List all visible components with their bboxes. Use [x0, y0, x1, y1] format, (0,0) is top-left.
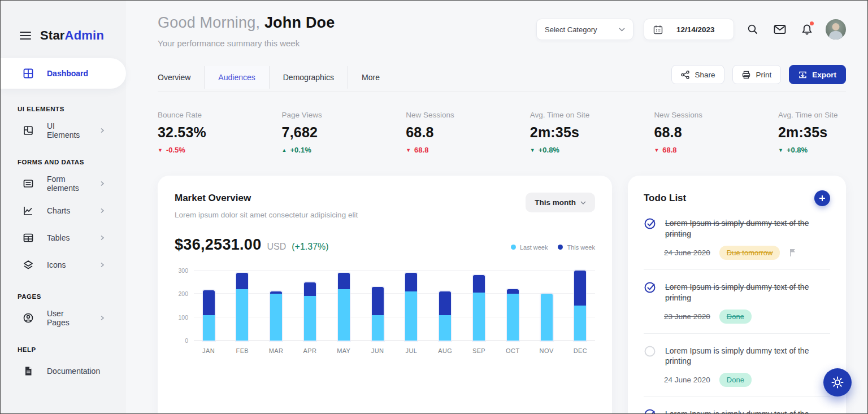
stat-delta-value: -0.5% [166, 146, 185, 154]
sidebar-item-documentation[interactable]: Documentation [1, 358, 126, 385]
todo-date: 24 June 2020 [664, 376, 710, 384]
chevron-right-icon [100, 315, 105, 321]
ui-elements-icon [22, 124, 34, 137]
trend-down-icon: ▼ [406, 147, 411, 153]
tab-audiences[interactable]: Audiences [204, 66, 268, 89]
share-button[interactable]: Share [671, 65, 724, 84]
legend-this-week: This week [558, 244, 595, 251]
todo-item-4: Lorem Ipsum is simply dummy text of the … [644, 397, 830, 414]
stat-delta: ▲+0.1% [282, 146, 350, 154]
stat-value: 68.8 [654, 124, 722, 141]
todo-item-3: Lorem Ipsum is simply dummy text of the … [644, 334, 830, 398]
gear-icon [831, 376, 844, 389]
todo-card-title: Todo List [644, 193, 686, 204]
chart-legend: Last week This week [511, 244, 595, 251]
todo-card-header: Todo List [644, 190, 830, 206]
market-card-title: Market Overview [175, 193, 358, 204]
messages-button[interactable] [771, 21, 788, 38]
market-card-header: Market Overview Lorem ipsum dolor sit am… [175, 193, 595, 219]
chart-y-axis: 0100200300 [175, 271, 194, 341]
tab-demographics[interactable]: Demographics [269, 66, 348, 89]
todo-list-card: Todo List Lorem Ipsum is simply dummy te… [628, 176, 846, 414]
sidebar-item-form-elements[interactable]: Form elements [1, 170, 126, 197]
brand-logo[interactable]: StarAdmin [40, 28, 104, 43]
todo-text: Lorem Ipsum is simply dummy text of the … [665, 281, 830, 303]
market-card-subtitle: Lorem ipsum dolor sit amet consectetur a… [175, 211, 358, 219]
export-button[interactable]: Export [789, 65, 846, 84]
date-picker[interactable]: 12/14/2023 [644, 19, 734, 40]
checkbox-checked-icon[interactable] [644, 217, 657, 233]
print-button[interactable]: Print [732, 65, 781, 84]
y-tick-0: 0 [185, 337, 188, 344]
search-button[interactable] [744, 21, 761, 38]
y-tick-100: 100 [178, 314, 188, 321]
todo-badge: Done [719, 310, 752, 324]
checkbox-checked-icon[interactable] [644, 281, 657, 297]
stat-value: 2m:35s [530, 124, 598, 141]
bar-mar [265, 271, 288, 341]
bar-feb [231, 271, 254, 341]
icons-layers-icon [22, 259, 34, 271]
x-label-jun: JUN [366, 347, 389, 354]
x-label-aug: AUG [434, 347, 457, 354]
dashboard-grid-icon [22, 67, 34, 80]
market-amount: $36,2531.00 [175, 236, 261, 254]
legend-label: Last week [520, 244, 548, 251]
trend-down-icon: ▼ [654, 147, 659, 153]
stat-delta-value: 68.8 [414, 146, 428, 154]
greeting-prefix: Good Morning, [158, 14, 260, 31]
sidebar-item-icons[interactable]: Icons [1, 251, 126, 278]
stat-value: 32.53% [158, 124, 225, 141]
notifications-button[interactable] [798, 21, 815, 38]
tab-overview[interactable]: Overview [158, 66, 204, 89]
settings-fab-button[interactable] [823, 368, 852, 396]
mail-icon [774, 24, 786, 34]
stat-delta-value: +0.1% [290, 146, 311, 154]
section-label-ui-elements: UI ELEMENTS [1, 91, 126, 117]
legend-last-week: Last week [511, 244, 548, 251]
user-avatar[interactable] [826, 19, 846, 40]
sidebar-item-label: Tables [47, 233, 70, 242]
sidebar-item-user-pages[interactable]: User Pages [1, 304, 126, 332]
main-content: Good Morning, John Doe Your performance … [126, 1, 868, 413]
brand-part2: Admin [65, 28, 104, 42]
market-amount-row: $36,2531.00 USD (+1.37%) Last week This … [175, 236, 595, 254]
bar-nov [535, 271, 558, 341]
stat-value: 68.8 [406, 124, 474, 141]
menu-toggle-icon[interactable] [20, 29, 31, 42]
bar-sep [468, 271, 491, 341]
sidebar-item-ui-elements[interactable]: UI Elements [1, 117, 126, 144]
section-label-help: HELP [1, 332, 126, 358]
cards-row: Market Overview Lorem ipsum dolor sit am… [158, 176, 846, 414]
market-overview-card: Market Overview Lorem ipsum dolor sit am… [158, 176, 612, 414]
bar-aug [434, 271, 457, 341]
bar-jun [366, 271, 389, 341]
todo-item-2: Lorem Ipsum is simply dummy text of the … [644, 270, 830, 334]
tab-more[interactable]: More [348, 66, 393, 89]
sidebar-item-dashboard[interactable]: Dashboard [1, 58, 126, 89]
checkbox-checked-icon[interactable] [644, 408, 657, 414]
x-label-mar: MAR [265, 347, 288, 354]
todo-text: Lorem Ipsum is simply dummy text of the … [665, 217, 830, 239]
stat-delta-value: 68.8 [662, 146, 676, 154]
brand-row: StarAdmin [1, 1, 126, 50]
stat-label: Avg. Time on Site [778, 111, 846, 119]
stat-delta: ▼+0.8% [530, 146, 598, 154]
market-currency: USD [267, 242, 286, 252]
sidebar-item-charts[interactable]: Charts [1, 197, 126, 224]
sidebar-item-tables[interactable]: Tables [1, 224, 126, 251]
bar-dec [569, 271, 592, 341]
bar-jul [400, 271, 423, 341]
add-todo-button[interactable] [814, 190, 830, 206]
checkbox-unchecked-icon[interactable] [644, 345, 657, 360]
stat-delta-value: +0.8% [787, 146, 808, 154]
chevron-right-icon [100, 262, 105, 268]
sidebar-item-label: Documentation [47, 367, 100, 376]
period-select[interactable]: This month [526, 193, 595, 212]
stat-value: 7,682 [282, 124, 350, 141]
toolbar-actions: Share Print Export [671, 65, 846, 90]
period-select-value: This month [535, 198, 576, 207]
category-select[interactable]: Select Category [536, 19, 633, 40]
x-label-jan: JAN [197, 347, 220, 354]
stat-delta: ▼-0.5% [158, 146, 225, 154]
